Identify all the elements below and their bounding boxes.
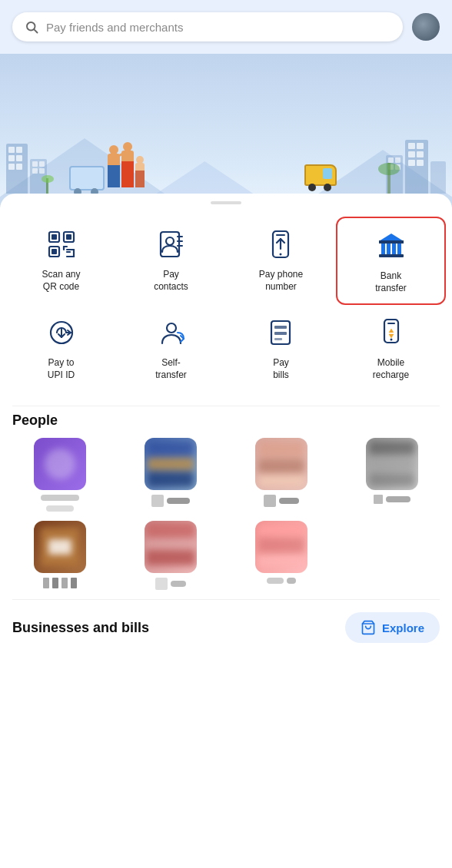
self-transfer-icon xyxy=(153,314,190,351)
phone-icon xyxy=(263,226,300,263)
action-label-bank-transfer: Banktransfer xyxy=(375,270,407,294)
avatar xyxy=(145,521,197,573)
action-label-pay-bills: Paybills xyxy=(273,357,289,381)
header: Pay friends and merchants xyxy=(0,0,452,54)
svg-rect-24 xyxy=(379,240,404,244)
svg-rect-26 xyxy=(387,244,391,254)
svg-rect-34 xyxy=(274,332,287,335)
avatar xyxy=(255,521,307,573)
businesses-title: Businesses and bills xyxy=(12,620,149,636)
avatar xyxy=(145,438,197,490)
svg-rect-27 xyxy=(392,244,396,254)
svg-point-31 xyxy=(167,323,176,333)
avatar xyxy=(34,438,86,490)
search-placeholder-text: Pay friends and merchants xyxy=(46,21,391,34)
person-name-sub xyxy=(46,505,74,512)
actions-grid: Scan anyQR code Paycontacts xyxy=(0,217,452,406)
svg-point-15 xyxy=(166,237,174,245)
sheet-handle xyxy=(211,201,241,204)
action-pay-contacts[interactable]: Paycontacts xyxy=(116,217,226,305)
action-label-scan-qr: Scan anyQR code xyxy=(42,269,80,293)
list-item[interactable] xyxy=(341,438,443,512)
businesses-section: Businesses and bills Explore xyxy=(0,600,452,658)
explore-label: Explore xyxy=(382,621,424,634)
svg-marker-23 xyxy=(379,234,404,241)
contacts-icon xyxy=(153,226,190,263)
svg-point-38 xyxy=(390,339,392,341)
shopping-bag-icon xyxy=(361,620,376,635)
list-item[interactable] xyxy=(120,521,221,590)
bank-icon xyxy=(373,227,410,264)
action-bank-transfer[interactable]: Banktransfer xyxy=(336,217,446,305)
action-pay-phone[interactable]: Pay phonenumber xyxy=(226,217,336,305)
svg-rect-35 xyxy=(274,338,282,340)
svg-rect-33 xyxy=(274,326,287,329)
svg-line-1 xyxy=(34,29,37,32)
list-item[interactable] xyxy=(9,438,111,512)
qr-icon xyxy=(43,226,80,263)
avatar xyxy=(34,521,86,573)
bills-icon xyxy=(263,314,300,351)
avatar xyxy=(366,438,418,490)
action-label-self-transfer: Self-transfer xyxy=(155,357,187,381)
action-label-mobile-recharge: Mobilerecharge xyxy=(373,357,409,381)
avatar xyxy=(255,438,307,490)
svg-rect-25 xyxy=(381,244,385,254)
upi-icon xyxy=(43,314,80,351)
people-section-title: People xyxy=(0,406,452,438)
people-section: People xyxy=(0,406,452,599)
svg-point-21 xyxy=(279,253,281,256)
list-item[interactable] xyxy=(231,438,332,512)
action-self-transfer[interactable]: Self-transfer xyxy=(116,305,226,390)
action-scan-qr[interactable]: Scan anyQR code xyxy=(6,217,116,305)
action-label-pay-upi: Pay toUPI ID xyxy=(48,357,75,381)
bottom-sheet: Scan anyQR code Paycontacts xyxy=(0,194,452,658)
svg-rect-3 xyxy=(52,234,57,240)
action-label-pay-phone: Pay phonenumber xyxy=(259,269,303,293)
svg-rect-5 xyxy=(66,234,71,240)
action-pay-bills[interactable]: Paybills xyxy=(226,305,336,390)
explore-button[interactable]: Explore xyxy=(345,612,440,643)
search-icon xyxy=(25,20,38,34)
user-avatar[interactable] xyxy=(412,13,440,41)
list-item[interactable] xyxy=(120,438,221,512)
search-bar[interactable]: Pay friends and merchants xyxy=(12,12,403,41)
mobile-recharge-icon xyxy=(373,314,410,351)
hero-illustration xyxy=(0,54,452,207)
svg-rect-29 xyxy=(379,254,404,257)
svg-rect-7 xyxy=(52,249,57,254)
person-name xyxy=(41,495,79,501)
svg-rect-28 xyxy=(397,244,401,254)
people-grid xyxy=(0,438,452,599)
list-item[interactable] xyxy=(231,521,332,590)
list-item[interactable] xyxy=(9,521,111,590)
action-pay-upi[interactable]: Pay toUPI ID xyxy=(6,305,116,390)
action-label-pay-contacts: Paycontacts xyxy=(154,269,188,293)
action-mobile-recharge[interactable]: Mobilerecharge xyxy=(336,305,446,390)
